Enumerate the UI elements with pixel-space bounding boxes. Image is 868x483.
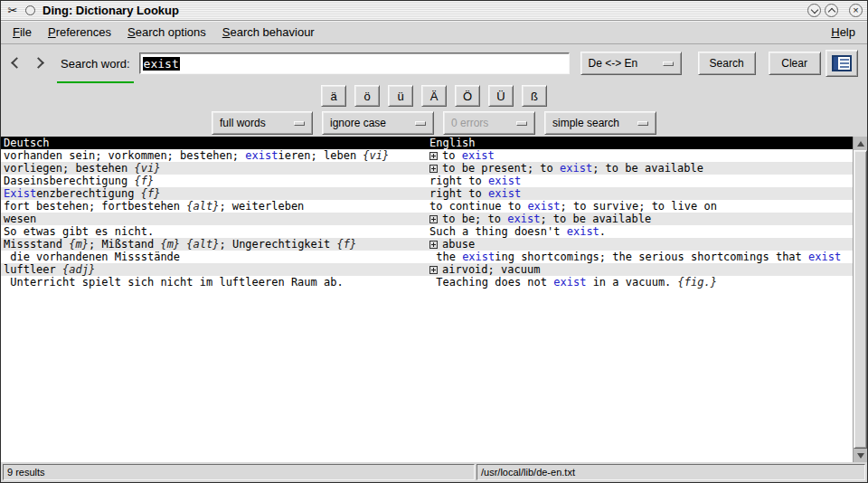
search-mode-value: simple search — [552, 117, 619, 129]
cell-german: fort bestehen; fortbestehen {alt}; weite… — [1, 200, 427, 213]
menu-search-behaviour[interactable]: Search behaviour — [214, 22, 323, 43]
expand-icon[interactable] — [429, 241, 438, 249]
table-row[interactable]: Missstand {m}; Mißstand {m} {alt}; Unger… — [1, 238, 853, 251]
ignore-case-select[interactable]: ignore case — [322, 111, 434, 135]
text-segment: Such a thing doesn't — [429, 225, 567, 238]
cell-english: to be; to exist; to be available — [427, 213, 853, 225]
results-table: Deutsch English vorhanden sein; vorkomme… — [1, 137, 853, 462]
char-button-u-uml[interactable]: ü — [388, 85, 413, 107]
text-segment: ieren; leben — [278, 149, 363, 162]
match-link[interactable]: exist — [808, 251, 841, 263]
scroll-down-button[interactable] — [854, 449, 867, 462]
text-segment: wesen — [4, 213, 36, 225]
grammar-tag: {fig.} — [678, 276, 717, 289]
arrow-down-icon — [857, 453, 864, 459]
text-segment: in a vacuum. — [586, 276, 677, 289]
match-link[interactable]: exist — [507, 213, 540, 225]
cell-english: to exist — [427, 149, 853, 162]
sticky-pin-icon[interactable] — [25, 5, 35, 15]
grammar-tag: {adj} — [62, 263, 95, 276]
scrollbar-thumb[interactable] — [854, 150, 867, 449]
text-segment: to be present; to — [442, 162, 560, 175]
match-link[interactable]: exist — [245, 149, 278, 162]
expand-icon[interactable] — [429, 165, 438, 173]
match-link[interactable]: exist — [462, 149, 495, 162]
match-link[interactable]: exist — [553, 276, 586, 289]
search-input-selected-text: exist — [143, 57, 180, 71]
table-row[interactable]: wesento be; to exist; to be available — [1, 213, 853, 225]
search-options-row: full words ignore case 0 errors simple s… — [1, 109, 867, 137]
table-row[interactable]: Daseinsberechtigung {f}right to exist — [1, 175, 853, 187]
char-button-a-uml[interactable]: ä — [321, 85, 346, 107]
text-segment: airvoid; vacuum — [442, 263, 540, 276]
expand-icon[interactable] — [429, 152, 438, 160]
vertical-scrollbar[interactable] — [853, 137, 867, 462]
text-segment: ; to be available — [592, 162, 703, 175]
cell-english: Teaching does not exist in a vacuum. {fi… — [427, 276, 853, 289]
back-arrow-button[interactable] — [10, 55, 24, 71]
search-word-label: Search word: — [61, 57, 130, 71]
search-button[interactable]: Search — [698, 52, 756, 75]
cell-english: right to exist — [427, 175, 853, 187]
app-window: ✂ Ding: Dictionary Lookup × File Prefere… — [0, 0, 868, 483]
cell-english: to continue to exist; to survive; to liv… — [427, 200, 853, 213]
statusbar: 9 results /usr/local/lib/de-en.txt — [1, 462, 867, 482]
match-link[interactable]: exist — [462, 251, 495, 263]
forward-icon — [33, 57, 44, 69]
char-button-eszett[interactable]: ß — [522, 85, 547, 107]
table-row[interactable]: luftleer {adj}airvoid; vacuum — [1, 263, 853, 276]
table-row[interactable]: Unterricht spielt sich nicht im luftleer… — [1, 276, 853, 289]
search-input[interactable]: exist — [139, 52, 570, 74]
match-link[interactable]: Exist — [4, 187, 36, 200]
table-row[interactable]: die vorhandenen Missstände the existing … — [1, 251, 853, 263]
back-icon — [11, 57, 23, 69]
cell-german: wesen — [1, 213, 427, 225]
cell-english: to be present; to exist; to be available — [427, 162, 853, 175]
minimize-button[interactable] — [807, 4, 821, 17]
compact-window-toggle-button[interactable] — [826, 50, 858, 77]
text-segment: ; weiterleben — [219, 200, 304, 213]
close-button[interactable]: × — [849, 4, 863, 17]
char-button-A-uml[interactable]: Ä — [421, 85, 447, 107]
table-row[interactable]: So etwas gibt es nicht.Such a thing does… — [1, 225, 853, 238]
match-link[interactable]: exist — [527, 200, 560, 213]
match-link[interactable]: exist — [560, 162, 592, 175]
window-title: Ding: Dictionary Lookup — [42, 4, 179, 17]
expand-icon[interactable] — [429, 266, 438, 274]
chevron-up-icon — [827, 7, 835, 14]
match-link[interactable]: exist — [488, 175, 521, 187]
char-button-O-uml[interactable]: Ö — [455, 85, 480, 107]
scroll-up-button[interactable] — [854, 137, 867, 150]
menu-preferences[interactable]: Preferences — [40, 22, 119, 43]
menu-help[interactable]: Help — [823, 22, 863, 43]
optionmenu-indicator — [415, 121, 426, 126]
expand-icon[interactable] — [429, 215, 438, 223]
text-segment: . — [599, 225, 606, 238]
clear-button[interactable]: Clear — [769, 52, 821, 75]
table-row[interactable]: fort bestehen; fortbestehen {alt}; weite… — [1, 200, 853, 213]
table-row[interactable]: Existenzberechtigung {f}right to exist — [1, 187, 853, 200]
maximize-button[interactable] — [825, 4, 838, 17]
text-segment: ing shortcomings; the serious shortcomin… — [495, 251, 808, 263]
titlebar[interactable]: ✂ Ding: Dictionary Lookup × — [1, 1, 867, 21]
menu-search-options[interactable]: Search options — [119, 22, 214, 43]
full-words-select[interactable]: full words — [212, 111, 313, 135]
errors-value: 0 errors — [451, 117, 488, 129]
optionmenu-indicator — [294, 121, 305, 126]
match-link[interactable]: exist — [567, 225, 599, 238]
close-icon: × — [853, 5, 858, 15]
special-char-row: ä ö ü Ä Ö Ü ß — [1, 82, 867, 109]
app-icon[interactable]: ✂ — [5, 4, 20, 18]
char-button-U-uml[interactable]: Ü — [488, 85, 514, 107]
table-row[interactable]: vorliegen; bestehen {vi}to be present; t… — [1, 162, 853, 175]
table-header: Deutsch English — [1, 137, 853, 149]
language-select[interactable]: De <-> En — [580, 52, 682, 75]
text-segment: ; to survive; to live on — [561, 200, 717, 213]
char-button-o-uml[interactable]: ö — [354, 85, 380, 107]
table-row[interactable]: vorhanden sein; vorkommen; bestehen; exi… — [1, 149, 853, 162]
match-link[interactable]: exist — [488, 187, 521, 200]
cell-german: Unterricht spielt sich nicht im luftleer… — [1, 276, 427, 289]
forward-arrow-button[interactable] — [32, 55, 46, 71]
search-mode-select[interactable]: simple search — [544, 111, 656, 135]
menu-file[interactable]: File — [5, 22, 40, 43]
